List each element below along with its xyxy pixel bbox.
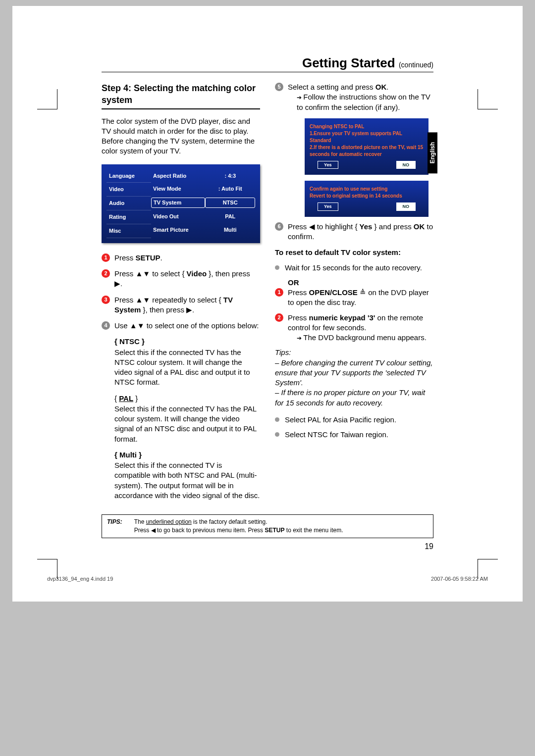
- option-block: { PAL }Select this if the connected TV h…: [102, 394, 260, 444]
- tip-1: – Before changing the current TV colour …: [275, 358, 433, 388]
- title-continued: (continued): [399, 61, 433, 69]
- step-6: Press ◀ to highlight { Yes } and press O…: [275, 222, 433, 242]
- step-item: Press ▲▼ repeatedly to select { TV Syste…: [102, 295, 260, 315]
- dialog2-no: NO: [396, 202, 416, 211]
- step-item: Use ▲▼ to select one of the options belo…: [102, 321, 260, 331]
- reset-step: Press numeric keypad '3' on the remote c…: [275, 313, 433, 343]
- menu-row: Smart PictureMulti: [151, 223, 255, 237]
- dialog2-text: Confirm again to use new setting Revert …: [310, 186, 424, 200]
- menu-row: Video OutPAL: [151, 210, 255, 223]
- language-tab: English: [428, 132, 437, 173]
- step-5: Select a setting and press OK. Follow th…: [275, 82, 433, 112]
- section-title: Getting Started (continued): [102, 55, 433, 72]
- dialog1-no: NO: [396, 161, 416, 169]
- title-main: Getting Started: [302, 55, 395, 70]
- reset-step: Press OPEN/CLOSE ≜ on the DVD player to …: [275, 288, 433, 308]
- step-item: Press SETUP.: [102, 253, 260, 263]
- intro-paragraph: The color system of the DVD player, disc…: [102, 116, 260, 156]
- dialog1-text: Changing NTSC to PAL 1.Ensure your TV sy…: [310, 123, 424, 158]
- dialog2-yes: Yes: [318, 202, 338, 211]
- menu-tab: Language: [107, 169, 151, 183]
- step-item: Press ▲▼ to select { Video }, then press…: [102, 269, 260, 289]
- osd-menu-screenshot: LanguageVideoAudioRatingMisc Aspect Rati…: [102, 164, 260, 243]
- region-bullet-pal: Select PAL for Asia Pacific region.: [275, 415, 433, 425]
- dialog1-yes: Yes: [318, 161, 338, 169]
- region-bullet-ntsc: Select NTSC for Taiwan region.: [275, 430, 433, 440]
- tips-label: Tips:: [275, 348, 433, 357]
- menu-row: View Mode: Auto Fit: [151, 182, 255, 196]
- tips-footer-box: TIPS: The underlined option is the facto…: [102, 514, 433, 538]
- wait-text: Wait for 15 seconds for the auto recover…: [275, 263, 433, 273]
- menu-tab: Rating: [107, 210, 151, 224]
- menu-tab: Audio: [107, 197, 151, 210]
- menu-tab: Misc: [107, 224, 151, 238]
- menu-row: Aspect Ratio: 4:3: [151, 169, 255, 183]
- tips-footer-label: TIPS:: [107, 518, 122, 535]
- step5-sub: Follow the instructions show on the TV t…: [288, 92, 433, 112]
- reset-heading: To reset to default TV color system:: [275, 248, 433, 257]
- dialog-confirm: Confirm again to use new setting Revert …: [305, 181, 428, 217]
- tip-2: – If there is no proper picture on your …: [275, 388, 433, 408]
- menu-row: TV SystemNTSC: [151, 196, 255, 210]
- option-block: { Multi }Select this if the connected TV…: [102, 450, 260, 501]
- option-block: { NTSC }Select this if the connected TV …: [102, 337, 260, 387]
- or-label: OR: [288, 278, 433, 288]
- page-number: 19: [102, 542, 433, 551]
- dialog-change-pal: Changing NTSC to PAL 1.Ensure your TV sy…: [305, 118, 428, 175]
- menu-tab: Video: [107, 183, 151, 197]
- subheading: Step 4: Selecting the matching color sys…: [102, 82, 260, 109]
